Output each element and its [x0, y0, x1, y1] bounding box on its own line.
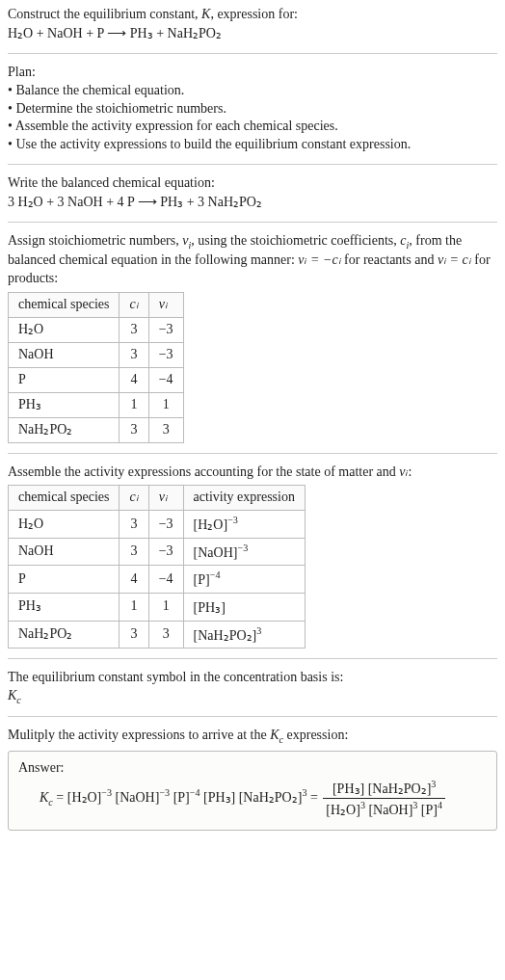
eq-sign: =: [310, 790, 321, 805]
divider: [8, 658, 497, 659]
cell-nui: 1: [148, 593, 183, 621]
plan-block: Plan: • Balance the chemical equation. •…: [8, 64, 497, 154]
cell-ci: 3: [120, 342, 148, 367]
activity-base: [H₂O]: [194, 517, 228, 532]
term-exp: −4: [190, 787, 200, 798]
cell-nui: 1: [148, 392, 183, 417]
cell-species: P: [9, 566, 120, 594]
plan-item: Determine the stoichiometric numbers.: [15, 101, 226, 116]
col-species: chemical species: [9, 293, 120, 318]
term: [NaOH]: [365, 803, 412, 817]
cell-activity: [P]−4: [183, 566, 305, 594]
assemble-paragraph: Assemble the activity expressions accoun…: [8, 464, 497, 482]
cell-activity: [NaOH]−3: [183, 538, 305, 566]
cell-ci: 4: [120, 566, 148, 594]
cell-ci: 3: [120, 621, 148, 649]
cell-species: NaH₂PO₂: [9, 621, 120, 649]
assign-text: , using the stoichiometric coefficients,: [191, 233, 400, 248]
assemble-text: :: [409, 464, 412, 479]
multiply-text: Mulitply the activity expressions to arr…: [8, 728, 270, 742]
activity-exp: −3: [227, 515, 238, 525]
eq-sign: =: [53, 790, 67, 805]
balanced-lhs: 3 H₂O + 3 NaOH + 4 P: [8, 195, 134, 209]
arrow-icon: ⟶: [107, 25, 126, 40]
term: [NaOH]: [116, 790, 160, 805]
term-exp: −3: [159, 787, 170, 798]
cell-species: P: [9, 367, 120, 392]
cell-nui: −4: [148, 367, 183, 392]
cell-species: PH₃: [9, 593, 120, 621]
cell-ci: 3: [120, 511, 148, 539]
col-nui: νᵢ: [148, 293, 183, 318]
k-symbol: K: [201, 7, 210, 21]
answer-expression: Kc = [H₂O]−3 [NaOH]−3 [P]−4 [PH₃] [NaH₂P…: [40, 778, 487, 820]
fraction-numerator: [PH₃] [NaH₂PO₂]3: [323, 778, 445, 800]
cell-species: NaH₂PO₂: [9, 417, 120, 442]
cell-nui: −3: [148, 318, 183, 343]
term-exp: 3: [431, 779, 436, 789]
term: [P]: [173, 790, 190, 805]
table-row: P4−4[P]−4: [9, 566, 306, 594]
activity-exp: −3: [237, 543, 248, 553]
answer-label: Answer:: [18, 760, 64, 775]
table-row: NaOH3−3: [9, 342, 184, 367]
stoich-table: chemical species cᵢ νᵢ H₂O3−3 NaOH3−3 P4…: [8, 292, 184, 442]
activity-base: [PH₃]: [194, 600, 226, 615]
term: [P]: [417, 803, 438, 817]
balanced-block: Write the balanced chemical equation: 3 …: [8, 174, 497, 212]
plan-title: Plan:: [8, 65, 36, 79]
term-exp: −3: [101, 787, 112, 798]
term: [PH₃] [NaH₂PO₂]: [203, 790, 302, 805]
term: [H₂O]: [326, 803, 360, 817]
cell-activity: [H₂O]−3: [183, 511, 305, 539]
table-row: NaOH3−3[NaOH]−3: [9, 538, 306, 566]
cell-activity: [NaH₂PO₂]3: [183, 621, 305, 649]
assign-eq1: νᵢ = −cᵢ: [298, 252, 340, 267]
table-row: NaH₂PO₂33[NaH₂PO₂]3: [9, 621, 306, 649]
cell-ci: 3: [120, 538, 148, 566]
table-row: PH₃11: [9, 392, 184, 417]
table-row: PH₃11[PH₃]: [9, 593, 306, 621]
table-row: NaH₂PO₂33: [9, 417, 184, 442]
plan-item: Assemble the activity expression for eac…: [15, 119, 338, 133]
nu-symbol: νᵢ: [399, 464, 408, 479]
col-species: chemical species: [9, 486, 120, 511]
table-header-row: chemical species cᵢ νᵢ activity expressi…: [9, 486, 306, 511]
col-activity: activity expression: [183, 486, 305, 511]
intro-eq-lhs: H₂O + NaOH + P: [8, 26, 104, 40]
assign-text: for reactants and: [341, 252, 438, 267]
intro-block: Construct the equilibrium constant, K, e…: [8, 6, 497, 43]
answer-box: Answer: Kc = [H₂O]−3 [NaOH]−3 [P]−4 [PH₃…: [8, 751, 497, 831]
cell-ci: 3: [120, 417, 148, 442]
cell-nui: −3: [148, 538, 183, 566]
cell-species: NaOH: [9, 342, 120, 367]
col-ci: cᵢ: [120, 293, 148, 318]
activity-table: chemical species cᵢ νᵢ activity expressi…: [8, 485, 306, 649]
fraction-denominator: [H₂O]3 [NaOH]3 [P]4: [323, 799, 445, 820]
cell-ci: 1: [120, 593, 148, 621]
fraction: [PH₃] [NaH₂PO₂]3 [H₂O]3 [NaOH]3 [P]4: [323, 778, 445, 820]
flat-expr: [H₂O]−3 [NaOH]−3 [P]−4 [PH₃] [NaH₂PO₂]3: [67, 790, 310, 805]
plan-item: Balance the chemical equation.: [15, 83, 184, 97]
cell-ci: 3: [120, 318, 148, 343]
cell-activity: [PH₃]: [183, 593, 305, 621]
activity-base: [NaOH]: [194, 545, 238, 560]
kc-symbol: K: [8, 688, 16, 702]
term-exp: 3: [302, 787, 306, 798]
table-row: H₂O3−3[H₂O]−3: [9, 511, 306, 539]
table-header-row: chemical species cᵢ νᵢ: [9, 293, 184, 318]
intro-eq-rhs: PH₃ + NaH₂PO₂: [130, 26, 222, 40]
cell-nui: 3: [148, 621, 183, 649]
cell-species: H₂O: [9, 318, 120, 343]
kc-symbol: K: [270, 728, 279, 742]
col-ci: cᵢ: [120, 486, 148, 511]
kc-sub: c: [16, 695, 20, 705]
assign-paragraph: Assign stoichiometric numbers, νi, using…: [8, 232, 497, 288]
cell-species: PH₃: [9, 392, 120, 417]
term-exp: 4: [438, 800, 442, 810]
divider: [8, 222, 497, 223]
activity-base: [NaH₂PO₂]: [194, 627, 257, 642]
kc-line: The equilibrium constant symbol in the c…: [8, 670, 343, 684]
table-row: H₂O3−3: [9, 318, 184, 343]
intro-text-b: , expression for:: [210, 7, 298, 21]
